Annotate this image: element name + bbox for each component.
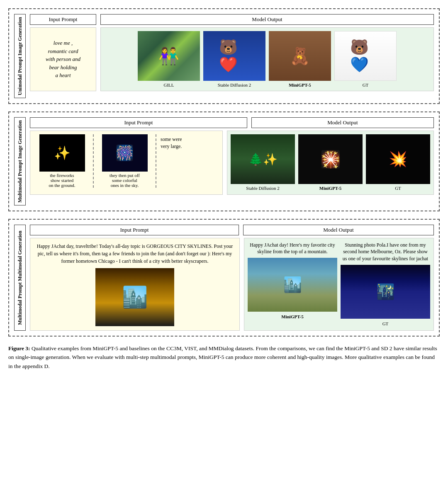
section1-image-gt: GT xyxy=(334,31,397,87)
dark-firework-image xyxy=(366,134,430,184)
section2-minigpt5-label: MiniGPT-5 xyxy=(319,186,341,191)
section3-headers: Input Prompt Model Output xyxy=(30,225,434,235)
section1-image-gill: GILL xyxy=(138,31,200,87)
section1-input-prompt: love me ,romantic cardwith person andbea… xyxy=(30,27,96,91)
gt-label: GT xyxy=(363,82,369,87)
minigpt5-label: MiniGPT-5 xyxy=(289,82,311,87)
section2-sd2-item: Stable Diffusion 2 xyxy=(231,134,295,191)
section3-minigpt5-text: Happy JAchat day! Here's my favorite cit… xyxy=(248,242,337,256)
section3-side-label: Multimodal Prompt Multimodal Generation xyxy=(14,225,26,331)
section2-input: the fireworksshow startedon the ground. … xyxy=(30,131,223,195)
sd2-label: Stable Diffusion 2 xyxy=(218,82,251,87)
section1-images-row: GILL Stable Diffusion 2 MiniGPT-5 G xyxy=(138,31,397,87)
section2-minigpt5-item: MiniGPT-5 xyxy=(298,134,363,191)
section1-model-output: GILL Stable Diffusion 2 MiniGPT-5 G xyxy=(100,27,434,91)
section3-output: Happy JAchat day! Here's my favorite cit… xyxy=(244,238,434,331)
section2-gt-item: GT xyxy=(366,134,430,191)
caption-text: Qualitative examples from MiniGPT-5 and … xyxy=(8,345,437,369)
section3-wrapper: Multimodal Prompt Multimodal Generation … xyxy=(14,225,434,331)
section3-gt-col: Stunning photo Pola.I have one from my s… xyxy=(341,242,430,327)
minigpt5-image xyxy=(269,31,331,81)
section2-gt-label: GT xyxy=(395,186,401,191)
section2-output: Stable Diffusion 2 MiniGPT-5 GT xyxy=(227,131,434,195)
section3-input-text: Happy JAchat day, traveltribe! Today's a… xyxy=(34,242,235,265)
section1-image-sd2: Stable Diffusion 2 xyxy=(203,31,265,87)
dashed-divider1 xyxy=(93,134,94,188)
firework2-image xyxy=(102,134,148,172)
section3-content: Input Prompt Model Output Happy JAchat d… xyxy=(30,225,434,331)
section1-body: love me ,romantic cardwith person andbea… xyxy=(30,27,434,91)
section1-wrapper: Unimodal Prompt Image Generation Input P… xyxy=(14,14,434,98)
section2-input-item1: the fireworksshow startedon the ground. xyxy=(34,134,90,188)
section2-wrapper: Multimodal Prompt Image Generation Input… xyxy=(14,117,434,206)
section3-input-header: Input Prompt xyxy=(30,225,239,235)
section2-input-header: Input Prompt xyxy=(30,117,247,128)
section2-input-item2: they then put offsome colorfulones in th… xyxy=(96,134,153,188)
section2-input-top: the fireworksshow startedon the ground. … xyxy=(34,134,219,188)
caption-prefix: Figure 3: xyxy=(8,345,32,351)
section2-output-header: Model Output xyxy=(251,117,434,128)
section2-container: Multimodal Prompt Image Generation Input… xyxy=(8,111,440,211)
firework2-caption: they then put offsome colorfulones in th… xyxy=(110,173,140,188)
gill-label: GILL xyxy=(163,82,174,87)
section2-body: the fireworksshow startedon the ground. … xyxy=(30,131,434,195)
section3-gt-label: GT xyxy=(341,321,430,326)
figure-caption: Figure 3: Qualitative examples from Mini… xyxy=(8,344,440,371)
section3-minigpt5-col: Happy JAchat day! Here's my favorite cit… xyxy=(248,242,337,327)
section2-content: Input Prompt Model Output the fireworkss… xyxy=(30,117,434,206)
bright-firework-image xyxy=(298,134,363,184)
gill-image xyxy=(138,31,200,81)
dashed-divider2 xyxy=(156,134,156,188)
section3-input: Happy JAchat day, traveltribe! Today's a… xyxy=(30,238,240,331)
section1-input-text: love me ,romantic cardwith person andbea… xyxy=(46,39,80,80)
section2-side-label: Multimodal Prompt Image Generation xyxy=(14,117,26,206)
section3-minigpt5-label: MiniGPT-5 xyxy=(248,314,337,319)
section2-sd2-label: Stable Diffusion 2 xyxy=(246,186,279,191)
section1-output-header: Model Output xyxy=(100,14,434,25)
section2-images-row: Stable Diffusion 2 MiniGPT-5 GT xyxy=(231,134,430,191)
firework1-caption: the fireworksshow startedon the ground. xyxy=(49,173,75,188)
chicago-image xyxy=(95,268,174,326)
section1-headers: Input Prompt Model Output xyxy=(30,14,434,25)
section1-image-minigpt5: MiniGPT-5 xyxy=(269,31,331,87)
section3-container: Multimodal Prompt Multimodal Generation … xyxy=(8,219,440,337)
section3-body: Happy JAchat day, traveltribe! Today's a… xyxy=(30,238,434,331)
gt-image xyxy=(334,31,397,81)
section2-input-item3: some werevery large. xyxy=(159,134,219,188)
section2-headers: Input Prompt Model Output xyxy=(30,117,434,128)
city-night-image xyxy=(341,265,430,319)
sd2-image xyxy=(203,31,265,81)
section3-gt-text: Stunning photo Pola.I have one from my s… xyxy=(341,242,430,262)
section3-output-header: Model Output xyxy=(243,225,434,235)
forest-firework-image xyxy=(231,134,295,184)
firework1-image xyxy=(39,134,85,172)
section1-content: Input Prompt Model Output love me ,roman… xyxy=(30,14,434,98)
section1-input-header: Input Prompt xyxy=(30,14,96,25)
section1-side-label: Unimodal Prompt Image Generation xyxy=(14,14,26,98)
section1-container: Unimodal Prompt Image Generation Input P… xyxy=(8,8,440,104)
city-aerial-image xyxy=(248,258,337,312)
